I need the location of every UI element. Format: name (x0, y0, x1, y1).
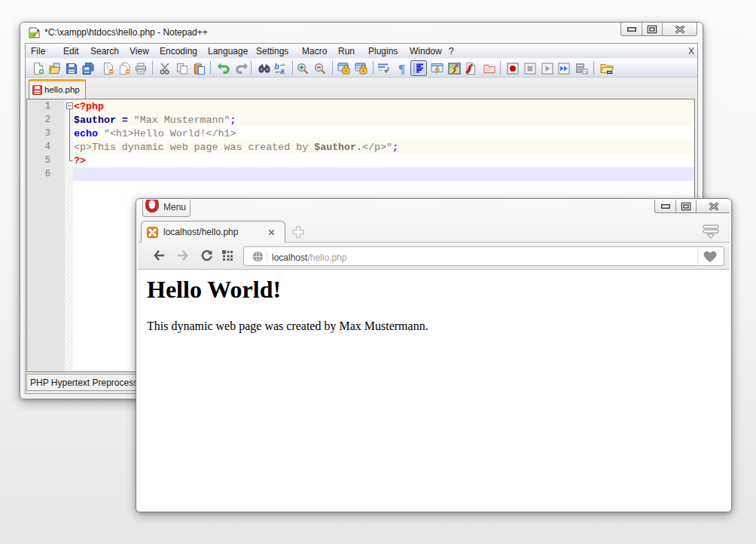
svg-text:b: b (275, 63, 279, 71)
svg-text:¶: ¶ (398, 63, 405, 75)
svg-text:a: a (280, 67, 285, 75)
